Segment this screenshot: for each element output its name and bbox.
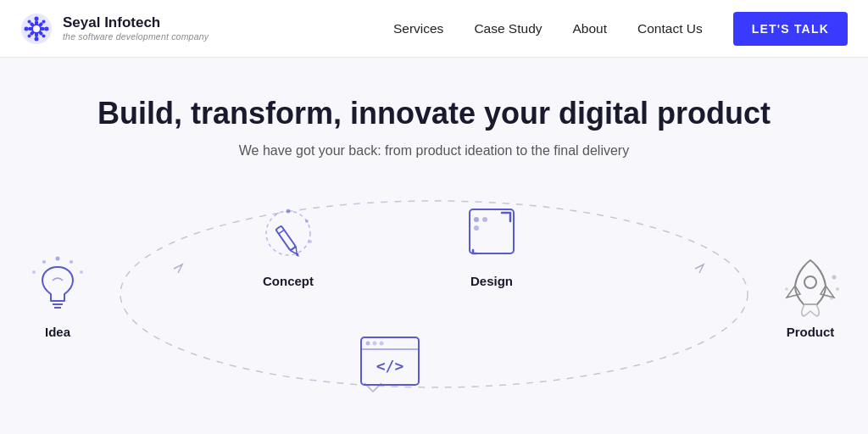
svg-point-32 — [482, 217, 487, 222]
logo-icon — [20, 13, 53, 45]
svg-point-33 — [474, 225, 479, 231]
svg-point-36 — [836, 287, 839, 291]
product-label: Product — [787, 325, 835, 339]
code-icon-box: </> — [356, 328, 424, 396]
svg-point-11 — [28, 34, 31, 37]
concept-icon-box — [254, 201, 322, 269]
idea-icon — [27, 255, 88, 316]
svg-point-35 — [832, 275, 837, 280]
svg-point-34 — [804, 276, 816, 288]
svg-point-15 — [56, 257, 60, 261]
svg-rect-27 — [275, 226, 296, 251]
product-icon-box — [776, 252, 844, 320]
process-path-svg — [0, 184, 868, 421]
process-product: Product — [776, 252, 844, 339]
svg-point-12 — [42, 34, 46, 37]
hero-title: Build, transform, innovate your digital … — [0, 95, 868, 131]
header: Seyal Infotech the software development … — [0, 0, 868, 58]
nav-contact[interactable]: Contact Us — [637, 21, 703, 36]
logo-tagline: the software development company — [63, 31, 209, 42]
concept-icon — [254, 201, 322, 269]
svg-rect-30 — [470, 209, 514, 253]
idea-label: Idea — [45, 325, 70, 339]
hero-subtitle: We have got your back: from product idea… — [0, 143, 868, 159]
svg-point-24 — [287, 209, 291, 214]
design-icon-box — [458, 201, 526, 269]
svg-point-18 — [42, 260, 46, 264]
svg-point-31 — [474, 217, 479, 222]
svg-point-5 — [35, 16, 39, 20]
design-label: Design — [470, 274, 513, 288]
nav-services[interactable]: Services — [393, 21, 443, 36]
svg-point-7 — [25, 26, 29, 31]
code-icon: </> — [356, 332, 424, 392]
svg-point-6 — [35, 36, 39, 41]
hero-section: Build, transform, innovate your digital … — [0, 58, 868, 175]
svg-point-42 — [373, 342, 377, 346]
process-idea: Idea — [24, 252, 92, 339]
svg-point-41 — [366, 342, 370, 346]
svg-point-26 — [309, 240, 312, 243]
svg-point-25 — [305, 220, 309, 223]
logo-area: Seyal Infotech the software development … — [20, 13, 209, 45]
svg-point-10 — [42, 19, 46, 23]
process-design: Design — [458, 201, 526, 288]
svg-point-8 — [45, 26, 49, 31]
nav-about[interactable]: About — [573, 21, 608, 36]
process-concept: Concept — [254, 201, 322, 288]
svg-point-38 — [785, 287, 788, 291]
svg-text:</>: </> — [376, 357, 404, 375]
svg-point-37 — [830, 297, 833, 300]
design-icon — [458, 201, 526, 269]
concept-label: Concept — [263, 274, 314, 288]
nav: Services Case Study About Contact Us LET… — [393, 12, 848, 46]
svg-line-29 — [279, 230, 285, 234]
svg-point-16 — [70, 260, 73, 264]
svg-point-13 — [33, 25, 40, 32]
svg-point-19 — [32, 270, 36, 274]
idea-icon-box — [24, 252, 92, 320]
svg-point-17 — [80, 270, 83, 274]
lets-talk-button[interactable]: LET'S TALK — [733, 12, 848, 46]
process-code: </> — [356, 328, 424, 396]
product-icon — [776, 252, 844, 320]
logo-name: Seyal Infotech — [63, 15, 209, 31]
nav-case-study[interactable]: Case Study — [474, 21, 542, 36]
svg-point-9 — [28, 19, 31, 23]
process-diagram: Idea Concept — [0, 184, 868, 421]
svg-point-43 — [380, 342, 384, 346]
svg-point-14 — [120, 201, 748, 387]
